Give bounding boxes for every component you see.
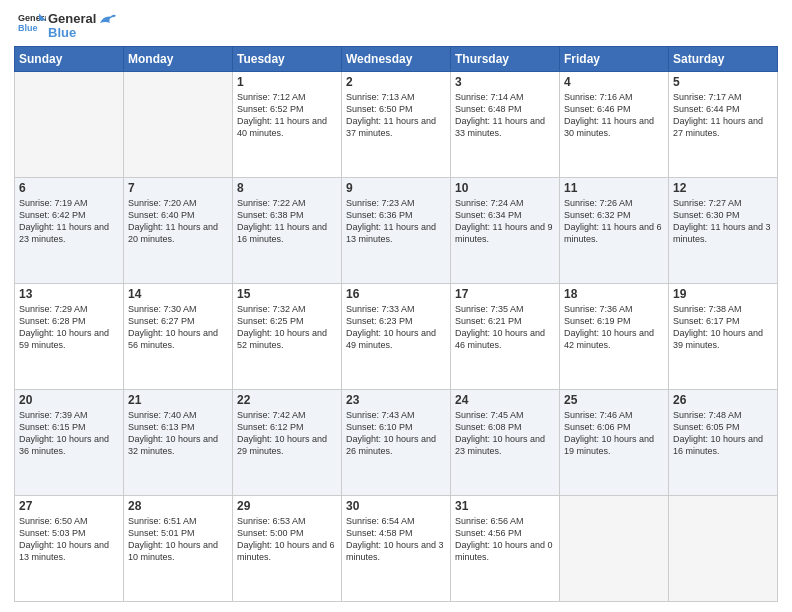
calendar-cell [124,72,233,178]
calendar-cell: 11Sunrise: 7:26 AM Sunset: 6:32 PM Dayli… [560,178,669,284]
calendar-cell: 16Sunrise: 7:33 AM Sunset: 6:23 PM Dayli… [342,284,451,390]
day-info: Sunrise: 7:39 AM Sunset: 6:15 PM Dayligh… [19,409,119,458]
day-number: 28 [128,499,228,513]
svg-text:Blue: Blue [18,23,38,33]
col-header-saturday: Saturday [669,47,778,72]
day-info: Sunrise: 7:40 AM Sunset: 6:13 PM Dayligh… [128,409,228,458]
calendar-cell: 22Sunrise: 7:42 AM Sunset: 6:12 PM Dayli… [233,390,342,496]
day-number: 23 [346,393,446,407]
logo-icon: General Blue [18,10,46,38]
calendar-cell: 10Sunrise: 7:24 AM Sunset: 6:34 PM Dayli… [451,178,560,284]
day-info: Sunrise: 7:20 AM Sunset: 6:40 PM Dayligh… [128,197,228,246]
day-number: 26 [673,393,773,407]
calendar-cell: 25Sunrise: 7:46 AM Sunset: 6:06 PM Dayli… [560,390,669,496]
col-header-wednesday: Wednesday [342,47,451,72]
day-info: Sunrise: 7:22 AM Sunset: 6:38 PM Dayligh… [237,197,337,246]
day-info: Sunrise: 7:45 AM Sunset: 6:08 PM Dayligh… [455,409,555,458]
header-row: SundayMondayTuesdayWednesdayThursdayFrid… [15,47,778,72]
day-info: Sunrise: 6:51 AM Sunset: 5:01 PM Dayligh… [128,515,228,564]
day-number: 25 [564,393,664,407]
col-header-friday: Friday [560,47,669,72]
header: General Blue General Blue [14,10,778,42]
day-number: 24 [455,393,555,407]
logo-blue: Blue [48,26,96,40]
calendar-cell: 27Sunrise: 6:50 AM Sunset: 5:03 PM Dayli… [15,496,124,602]
day-info: Sunrise: 7:43 AM Sunset: 6:10 PM Dayligh… [346,409,446,458]
day-number: 13 [19,287,119,301]
col-header-thursday: Thursday [451,47,560,72]
col-header-monday: Monday [124,47,233,72]
day-number: 2 [346,75,446,89]
day-info: Sunrise: 6:54 AM Sunset: 4:58 PM Dayligh… [346,515,446,564]
day-number: 1 [237,75,337,89]
day-info: Sunrise: 7:12 AM Sunset: 6:52 PM Dayligh… [237,91,337,140]
day-info: Sunrise: 7:13 AM Sunset: 6:50 PM Dayligh… [346,91,446,140]
calendar-cell [15,72,124,178]
calendar-cell: 28Sunrise: 6:51 AM Sunset: 5:01 PM Dayli… [124,496,233,602]
col-header-tuesday: Tuesday [233,47,342,72]
day-info: Sunrise: 7:17 AM Sunset: 6:44 PM Dayligh… [673,91,773,140]
calendar-cell: 21Sunrise: 7:40 AM Sunset: 6:13 PM Dayli… [124,390,233,496]
calendar-cell: 5Sunrise: 7:17 AM Sunset: 6:44 PM Daylig… [669,72,778,178]
day-number: 31 [455,499,555,513]
day-info: Sunrise: 7:14 AM Sunset: 6:48 PM Dayligh… [455,91,555,140]
calendar-cell: 30Sunrise: 6:54 AM Sunset: 4:58 PM Dayli… [342,496,451,602]
day-info: Sunrise: 7:32 AM Sunset: 6:25 PM Dayligh… [237,303,337,352]
week-row-3: 13Sunrise: 7:29 AM Sunset: 6:28 PM Dayli… [15,284,778,390]
day-number: 3 [455,75,555,89]
calendar-cell: 2Sunrise: 7:13 AM Sunset: 6:50 PM Daylig… [342,72,451,178]
day-info: Sunrise: 7:30 AM Sunset: 6:27 PM Dayligh… [128,303,228,352]
day-number: 12 [673,181,773,195]
logo: General Blue General Blue [14,10,116,42]
day-info: Sunrise: 7:48 AM Sunset: 6:05 PM Dayligh… [673,409,773,458]
calendar-cell: 7Sunrise: 7:20 AM Sunset: 6:40 PM Daylig… [124,178,233,284]
page: General Blue General Blue SundayMonday [0,0,792,612]
day-number: 10 [455,181,555,195]
calendar-cell: 20Sunrise: 7:39 AM Sunset: 6:15 PM Dayli… [15,390,124,496]
day-info: Sunrise: 7:33 AM Sunset: 6:23 PM Dayligh… [346,303,446,352]
day-info: Sunrise: 7:42 AM Sunset: 6:12 PM Dayligh… [237,409,337,458]
calendar-cell: 9Sunrise: 7:23 AM Sunset: 6:36 PM Daylig… [342,178,451,284]
day-info: Sunrise: 7:26 AM Sunset: 6:32 PM Dayligh… [564,197,664,246]
calendar-cell: 8Sunrise: 7:22 AM Sunset: 6:38 PM Daylig… [233,178,342,284]
day-number: 20 [19,393,119,407]
day-info: Sunrise: 7:46 AM Sunset: 6:06 PM Dayligh… [564,409,664,458]
week-row-2: 6Sunrise: 7:19 AM Sunset: 6:42 PM Daylig… [15,178,778,284]
calendar-cell: 17Sunrise: 7:35 AM Sunset: 6:21 PM Dayli… [451,284,560,390]
day-info: Sunrise: 6:53 AM Sunset: 5:00 PM Dayligh… [237,515,337,564]
calendar-cell: 29Sunrise: 6:53 AM Sunset: 5:00 PM Dayli… [233,496,342,602]
calendar-cell: 12Sunrise: 7:27 AM Sunset: 6:30 PM Dayli… [669,178,778,284]
calendar-cell: 3Sunrise: 7:14 AM Sunset: 6:48 PM Daylig… [451,72,560,178]
day-number: 6 [19,181,119,195]
day-info: Sunrise: 7:36 AM Sunset: 6:19 PM Dayligh… [564,303,664,352]
day-info: Sunrise: 7:38 AM Sunset: 6:17 PM Dayligh… [673,303,773,352]
calendar-cell: 14Sunrise: 7:30 AM Sunset: 6:27 PM Dayli… [124,284,233,390]
day-number: 18 [564,287,664,301]
day-info: Sunrise: 7:19 AM Sunset: 6:42 PM Dayligh… [19,197,119,246]
calendar-cell: 31Sunrise: 6:56 AM Sunset: 4:56 PM Dayli… [451,496,560,602]
day-info: Sunrise: 7:35 AM Sunset: 6:21 PM Dayligh… [455,303,555,352]
calendar-cell: 24Sunrise: 7:45 AM Sunset: 6:08 PM Dayli… [451,390,560,496]
week-row-4: 20Sunrise: 7:39 AM Sunset: 6:15 PM Dayli… [15,390,778,496]
calendar-cell [560,496,669,602]
day-info: Sunrise: 7:29 AM Sunset: 6:28 PM Dayligh… [19,303,119,352]
day-number: 11 [564,181,664,195]
calendar-cell: 4Sunrise: 7:16 AM Sunset: 6:46 PM Daylig… [560,72,669,178]
calendar-cell: 23Sunrise: 7:43 AM Sunset: 6:10 PM Dayli… [342,390,451,496]
day-number: 9 [346,181,446,195]
day-number: 7 [128,181,228,195]
day-number: 19 [673,287,773,301]
calendar-table: SundayMondayTuesdayWednesdayThursdayFrid… [14,46,778,602]
calendar-cell: 18Sunrise: 7:36 AM Sunset: 6:19 PM Dayli… [560,284,669,390]
day-number: 29 [237,499,337,513]
week-row-1: 1Sunrise: 7:12 AM Sunset: 6:52 PM Daylig… [15,72,778,178]
day-number: 22 [237,393,337,407]
day-number: 27 [19,499,119,513]
day-number: 5 [673,75,773,89]
calendar-cell [669,496,778,602]
day-number: 16 [346,287,446,301]
calendar-cell: 1Sunrise: 7:12 AM Sunset: 6:52 PM Daylig… [233,72,342,178]
day-info: Sunrise: 6:50 AM Sunset: 5:03 PM Dayligh… [19,515,119,564]
logo-bird-icon [98,13,116,31]
day-number: 14 [128,287,228,301]
